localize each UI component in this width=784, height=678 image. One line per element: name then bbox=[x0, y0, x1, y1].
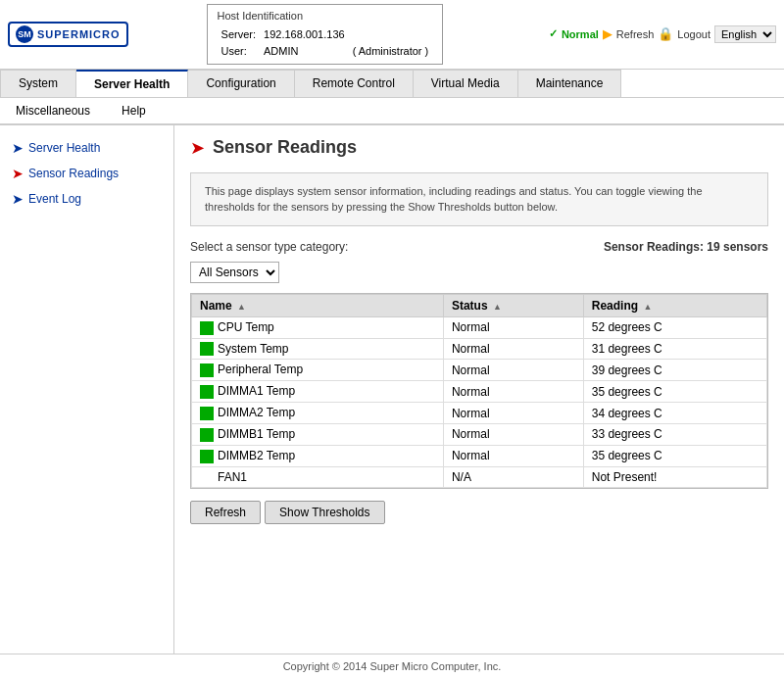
content-area: ➤ Server Health ➤ Sensor Readings ➤ Even… bbox=[0, 125, 784, 666]
col-header-name[interactable]: Name ▲ bbox=[192, 294, 444, 316]
sensor-type-select[interactable]: All Sensors bbox=[190, 262, 279, 283]
table-row: System TempNormal31 degrees C bbox=[192, 338, 767, 360]
footer: Copyright © 2014 Super Micro Computer, I… bbox=[0, 654, 784, 678]
table-row: DIMMB1 TempNormal33 degrees C bbox=[192, 423, 767, 445]
logo-text: SUPERMICRO bbox=[37, 28, 121, 40]
page-title-icon: ➤ bbox=[190, 137, 205, 159]
nav-configuration[interactable]: Configuration bbox=[188, 70, 294, 97]
nav-server-health[interactable]: Server Health bbox=[76, 70, 188, 97]
sensor-count: Sensor Readings: 19 sensors bbox=[604, 240, 768, 254]
sidebar-item-server-health[interactable]: ➤ Server Health bbox=[0, 135, 173, 161]
sensor-name-text: DIMMA1 Temp bbox=[218, 384, 295, 398]
table-row: FAN2Normal700 R.P.M bbox=[192, 488, 767, 489]
sidebar: ➤ Server Health ➤ Sensor Readings ➤ Even… bbox=[0, 125, 174, 666]
sensor-status-cell: Normal bbox=[443, 488, 583, 489]
sensor-reading-cell: 33 degrees C bbox=[583, 423, 766, 445]
sidebar-arrow-server-health: ➤ bbox=[12, 140, 24, 156]
status-indicator-square bbox=[200, 407, 214, 420]
sort-icon-name: ▲ bbox=[237, 302, 246, 312]
status-indicator-square bbox=[200, 450, 214, 463]
sensor-table-body: CPU TempNormal52 degrees CSystem TempNor… bbox=[192, 316, 767, 489]
sensor-name-text: DIMMA2 Temp bbox=[218, 406, 295, 419]
info-text: This page displays system sensor informa… bbox=[205, 185, 703, 214]
host-title: Host Identification bbox=[218, 8, 433, 25]
nav-maintenance[interactable]: Maintenance bbox=[518, 70, 622, 97]
sensor-status-cell: Normal bbox=[443, 381, 583, 403]
sensor-reading-cell: 31 degrees C bbox=[583, 338, 766, 360]
table-row: CPU TempNormal52 degrees C bbox=[192, 316, 767, 338]
user-role: ( Administrator ) bbox=[349, 43, 433, 61]
logo-box: SM SUPERMICRO bbox=[8, 22, 128, 47]
select-sensor-label: Select a sensor type category: bbox=[190, 240, 348, 254]
sidebar-item-sensor-readings[interactable]: ➤ Sensor Readings bbox=[0, 161, 173, 186]
sidebar-arrow-sensor-readings: ➤ bbox=[12, 166, 24, 181]
col-header-reading[interactable]: Reading ▲ bbox=[583, 294, 766, 316]
footer-text: Copyright © 2014 Super Micro Computer, I… bbox=[283, 660, 502, 672]
sensor-name-cell: FAN1 bbox=[192, 466, 444, 488]
sensor-name-text: System Temp bbox=[218, 342, 288, 356]
col-header-status[interactable]: Status ▲ bbox=[443, 294, 583, 316]
status-normal-text: Normal bbox=[562, 28, 599, 40]
table-row: DIMMB2 TempNormal35 degrees C bbox=[192, 445, 767, 466]
sensor-reading-cell: 35 degrees C bbox=[583, 445, 766, 466]
sensor-reading-cell: 34 degrees C bbox=[583, 403, 766, 424]
top-right-controls: ✓ Normal ▶ Refresh 🔒 Logout English bbox=[549, 25, 776, 43]
refresh-icon: ▶ bbox=[603, 26, 612, 41]
sensor-table: Name ▲ Status ▲ Reading ▲ CPU TempNormal… bbox=[191, 294, 767, 489]
status-indicator-square bbox=[200, 321, 214, 335]
logout-button[interactable]: Logout bbox=[677, 28, 710, 40]
main-navigation: System Server Health Configuration Remot… bbox=[0, 70, 784, 98]
sort-icon-status: ▲ bbox=[493, 302, 502, 312]
sensor-name-cell: System Temp bbox=[192, 338, 444, 360]
sensor-status-cell: Normal bbox=[443, 403, 583, 424]
logo-icon: SM bbox=[18, 29, 31, 39]
table-row: FAN1N/ANot Present! bbox=[192, 466, 767, 488]
sensor-status-cell: Normal bbox=[443, 445, 583, 466]
nav-sub-miscellaneous[interactable]: Miscellaneous bbox=[0, 100, 106, 121]
sensor-name-cell: CPU Temp bbox=[192, 316, 444, 338]
sensor-status-cell: Normal bbox=[443, 423, 583, 445]
status-indicator-square bbox=[200, 470, 214, 484]
sensor-reading-cell: Not Present! bbox=[583, 466, 766, 488]
nav-virtual-media[interactable]: Virtual Media bbox=[414, 70, 518, 97]
sensor-name-text: FAN1 bbox=[218, 470, 247, 484]
refresh-button[interactable]: Refresh bbox=[616, 28, 655, 40]
sensor-controls: Select a sensor type category: Sensor Re… bbox=[190, 240, 768, 254]
user-value: ADMIN bbox=[260, 43, 349, 61]
sensor-name-cell: DIMMB2 Temp bbox=[192, 445, 444, 466]
sidebar-label-event-log: Event Log bbox=[28, 192, 81, 206]
logo-circle: SM bbox=[16, 25, 33, 43]
table-row: DIMMA2 TempNormal34 degrees C bbox=[192, 403, 767, 424]
nav-remote-control[interactable]: Remote Control bbox=[295, 70, 414, 97]
sub-navigation: Miscellaneous Help bbox=[0, 98, 784, 125]
logout-icon: 🔒 bbox=[658, 26, 673, 41]
sensor-name-text: CPU Temp bbox=[218, 320, 274, 334]
page-title-area: ➤ Sensor Readings bbox=[190, 137, 768, 159]
language-select[interactable]: English bbox=[714, 25, 776, 43]
main-content: ➤ Sensor Readings This page displays sys… bbox=[174, 125, 784, 666]
sensor-name-text: Peripheral Temp bbox=[218, 363, 303, 376]
refresh-button[interactable]: Refresh bbox=[190, 501, 261, 524]
sensor-name-text: DIMMB1 Temp bbox=[218, 427, 295, 441]
sensor-name-cell: Peripheral Temp bbox=[192, 360, 444, 381]
info-box: This page displays system sensor informa… bbox=[190, 172, 768, 226]
sidebar-label-sensor-readings: Sensor Readings bbox=[28, 167, 119, 180]
sidebar-item-event-log[interactable]: ➤ Event Log bbox=[0, 186, 173, 212]
sensor-reading-cell: 39 degrees C bbox=[583, 360, 766, 381]
nav-system[interactable]: System bbox=[0, 70, 76, 97]
sensor-reading-cell: 35 degrees C bbox=[583, 381, 766, 403]
sort-icon-reading: ▲ bbox=[643, 302, 652, 312]
show-thresholds-button[interactable]: Show Thresholds bbox=[265, 501, 385, 524]
sidebar-label-server-health: Server Health bbox=[28, 141, 100, 155]
button-row: Refresh Show Thresholds bbox=[190, 501, 768, 524]
status-indicator-square bbox=[200, 342, 214, 356]
sensor-name-cell: DIMMB1 Temp bbox=[192, 423, 444, 445]
sensor-status-cell: Normal bbox=[443, 360, 583, 381]
sensor-status-cell: N/A bbox=[443, 466, 583, 488]
status-indicator: ✓ bbox=[549, 27, 558, 40]
page-title: Sensor Readings bbox=[213, 137, 357, 158]
nav-sub-help[interactable]: Help bbox=[106, 100, 162, 121]
table-row: DIMMA1 TempNormal35 degrees C bbox=[192, 381, 767, 403]
sensor-table-container: Name ▲ Status ▲ Reading ▲ CPU TempNormal… bbox=[190, 293, 768, 489]
sensor-name-text: DIMMB2 Temp bbox=[218, 449, 295, 462]
